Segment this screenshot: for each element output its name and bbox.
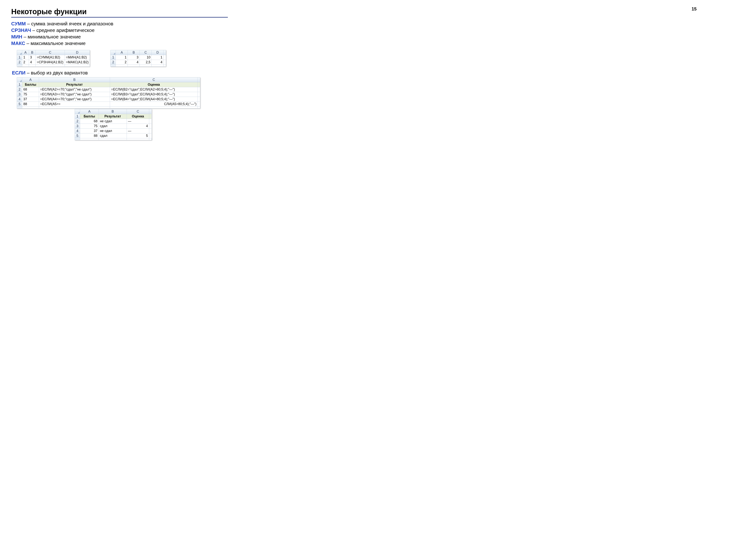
row-header: 1 [110, 55, 116, 60]
cell: 68 [80, 119, 99, 124]
title-rule [11, 17, 228, 18]
col-header: B [29, 50, 36, 55]
grid-if-results: A B C 1 Баллы Результат Оценка 2 68 не с… [75, 109, 152, 140]
cell: 4 [152, 60, 163, 65]
grid-corner [17, 50, 22, 55]
cell-header: Результат [39, 82, 110, 87]
col-header: D [65, 50, 90, 55]
func-sum: СУММ – сумма значений ячеек и диапазонов [11, 21, 228, 27]
cell: — [127, 119, 149, 124]
grid-values: A B C D 1 1 3 10 1 2 2 4 2,5 4 [110, 50, 166, 66]
row-header: 2 [17, 60, 22, 65]
col-header [198, 77, 200, 82]
row-header: 4 [17, 97, 22, 102]
col-header: C [36, 50, 65, 55]
cell: СЛИ(A5>80;5;4);"—") [110, 102, 198, 107]
page-title: Некоторые функции [11, 7, 228, 16]
col-header: A [22, 50, 29, 55]
func-name: МИН [11, 34, 22, 39]
cell: 88 [22, 102, 39, 107]
func-name: СРЗНАЧ [11, 27, 31, 33]
grid-if-formulas: A B C 1 Баллы Результат Оценка 2 68 =ЕСЛ… [17, 77, 200, 108]
cell: 75 [80, 124, 99, 129]
cell: 4 [29, 60, 36, 65]
func-avg: СРЗНАЧ – среднее арифметическое [11, 27, 228, 34]
cell-header: Результат [99, 114, 127, 119]
row-header: 1 [75, 114, 80, 119]
cell: 1 [22, 55, 29, 60]
cell: =ЕСЛИ(B2="сдал";ЕСЛИ(A2>80;5;4);"—") [110, 87, 198, 92]
cell: сдал [99, 124, 127, 129]
cell: =ЕСЛИ(A5>= [39, 102, 110, 107]
func-max: МАКС – максимальное значение [11, 40, 228, 47]
cell: не сдал [99, 129, 127, 133]
grid-corner [75, 109, 80, 114]
row-header: 3 [75, 124, 80, 129]
func-desc: – среднее арифметическое [31, 27, 95, 33]
func-name: ЕСЛИ [12, 70, 25, 76]
cell: =ЕСЛИ(A4>=70;"сдал";"не сдал") [39, 97, 110, 102]
row-header: 1 [17, 55, 22, 60]
cell: — [127, 129, 149, 133]
row-header: 3 [17, 92, 22, 97]
row-header: 2 [110, 60, 116, 65]
cell: 2,5 [140, 60, 152, 65]
cell: 68 [22, 87, 39, 92]
cell: 37 [80, 129, 99, 133]
row-header: 2 [75, 119, 80, 124]
cell: 37 [22, 97, 39, 102]
cell: =ЕСЛИ(A3>=70;"сдал";"не сдал") [39, 92, 110, 97]
row-header: 4 [75, 129, 80, 133]
cell: 88 [80, 133, 99, 138]
cell: 4 [127, 124, 149, 129]
cell: 5 [127, 133, 149, 138]
func-desc: – выбор из двух вариантов [25, 70, 87, 76]
cell: 1 [116, 55, 128, 60]
cell: 75 [22, 92, 39, 97]
func-desc: – минимальное значение [22, 34, 81, 39]
col-header: A [116, 50, 128, 55]
col-header: B [128, 50, 140, 55]
col-header [163, 50, 166, 55]
cell: =МИН(A1:B2) [65, 55, 90, 60]
cell: 2 [116, 60, 128, 65]
cell-header: Баллы [22, 82, 39, 87]
cell: сдал [99, 133, 127, 138]
grid-formulas: A B C D 1 1 3 =СУММ(A1:B2) =МИН(A1:B2) 2… [17, 50, 90, 66]
col-header: C [110, 77, 198, 82]
cell: =ЕСЛИ(B4="сдал";ЕСЛИ(A4>80;5;4);"—") [110, 97, 198, 102]
row-header: 1 [17, 82, 22, 87]
cell: 10 [140, 55, 152, 60]
row-header: 2 [17, 87, 22, 92]
grid-corner [17, 77, 22, 82]
cell: 3 [128, 55, 140, 60]
cell: 1 [152, 55, 163, 60]
cell: =ЕСЛИ(A2>=70;"сдал";"не сдал") [39, 87, 110, 92]
cell: 4 [128, 60, 140, 65]
func-desc: – сумма значений ячеек и диапазонов [26, 21, 113, 27]
cell-header: Оценка [110, 82, 198, 87]
cell-header: Оценка [127, 114, 149, 119]
grid-corner [110, 50, 116, 55]
cell: 3 [29, 55, 36, 60]
cell-header: Баллы [80, 114, 99, 119]
func-desc: – максимальное значение [25, 41, 86, 46]
row-header: 5 [75, 133, 80, 138]
func-name: СУММ [11, 21, 26, 27]
col-header [149, 109, 152, 114]
col-header: C [140, 50, 152, 55]
col-header: A [80, 109, 99, 114]
cell: 2 [22, 60, 29, 65]
cell: =СУММ(A1:B2) [36, 55, 65, 60]
col-header: D [152, 50, 163, 55]
func-min: МИН – минимальное значение [11, 34, 228, 40]
col-header: B [39, 77, 110, 82]
func-name: МАКС [11, 41, 25, 46]
if-subhead: ЕСЛИ – выбор из двух вариантов [12, 70, 228, 76]
col-header: C [127, 109, 149, 114]
row-header: 5 [17, 102, 22, 107]
cell: =СРЗНАЧ(A1:B2) [36, 60, 65, 65]
cell: =ЕСЛИ(B3="сдал";ЕСЛИ(A3>80;5;4);"—") [110, 92, 198, 97]
col-header: A [22, 77, 39, 82]
col-header: B [99, 109, 127, 114]
